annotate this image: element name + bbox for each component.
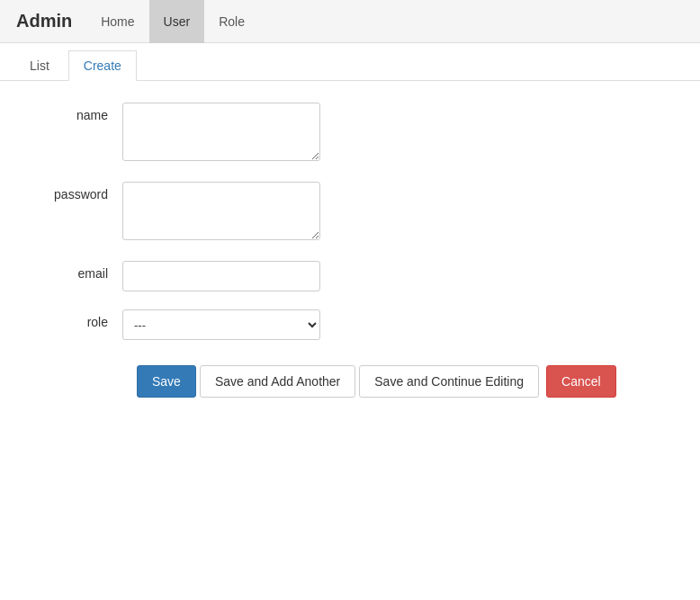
nav-item-user[interactable]: User bbox=[149, 0, 205, 43]
field-email-wrap bbox=[122, 261, 686, 291]
field-name-label: name bbox=[14, 103, 122, 122]
save-and-continue-button[interactable]: Save and Continue Editing bbox=[359, 365, 539, 398]
tab-create[interactable]: Create bbox=[68, 50, 137, 81]
field-password-row: password bbox=[14, 182, 686, 243]
field-password-label: password bbox=[14, 182, 122, 201]
field-password-wrap bbox=[122, 182, 686, 243]
field-role-wrap: --- bbox=[122, 309, 686, 340]
save-and-add-button[interactable]: Save and Add Another bbox=[200, 365, 355, 398]
tab-list[interactable]: List bbox=[14, 50, 65, 80]
top-nav: Admin Home User Role bbox=[0, 0, 700, 43]
email-input[interactable] bbox=[122, 261, 320, 291]
cancel-button[interactable]: Cancel bbox=[546, 365, 616, 398]
field-email-label: email bbox=[14, 261, 122, 281]
field-name-row: name bbox=[14, 103, 686, 164]
name-input[interactable] bbox=[122, 103, 320, 161]
brand-title: Admin bbox=[9, 11, 86, 31]
password-input[interactable] bbox=[122, 182, 320, 240]
create-form: name password email role --- Save Save a… bbox=[0, 81, 700, 419]
field-role-row: role --- bbox=[14, 309, 686, 340]
role-select[interactable]: --- bbox=[122, 309, 320, 340]
nav-item-home[interactable]: Home bbox=[86, 0, 148, 43]
field-email-row: email bbox=[14, 261, 686, 291]
save-button[interactable]: Save bbox=[137, 365, 196, 398]
nav-item-role[interactable]: Role bbox=[204, 0, 259, 43]
field-name-wrap bbox=[122, 103, 686, 164]
sub-tabs: List Create bbox=[0, 43, 700, 81]
field-role-label: role bbox=[14, 309, 122, 329]
buttons-row: Save Save and Add Another Save and Conti… bbox=[14, 358, 686, 405]
